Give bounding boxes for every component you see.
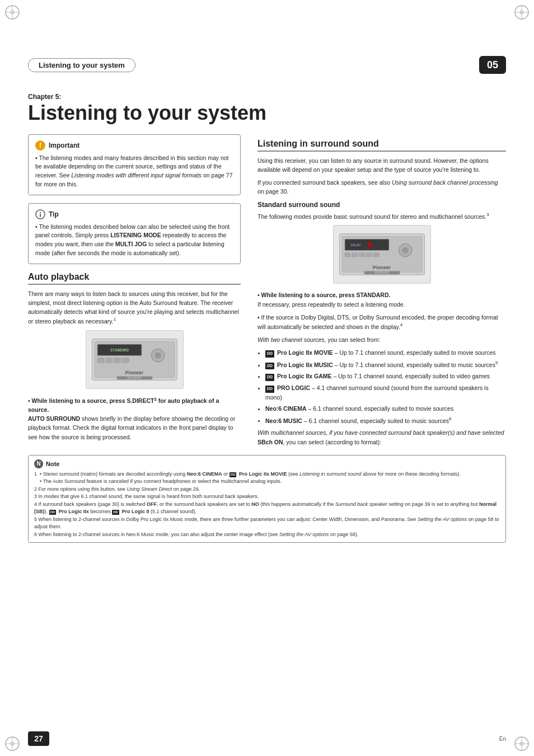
svg-rect-25 bbox=[114, 358, 120, 363]
option-plx-music: DD Pro Logic IIx MUSIC – Up to 7.1 chann… bbox=[265, 360, 506, 369]
multichannel-note: With multichannel sources, if you have c… bbox=[257, 428, 506, 447]
chapter-number: 05 bbox=[479, 56, 506, 74]
right-column: Listening in surround sound Using this r… bbox=[257, 134, 506, 450]
note-header: N Note bbox=[34, 459, 500, 468]
bottom-bar: 27 En bbox=[28, 731, 506, 746]
dd-icon-game: DD bbox=[265, 374, 274, 381]
auto-playback-bullet: • While listening to a source, press S.D… bbox=[28, 396, 241, 442]
left-column: ! Important • The listening modes and ma… bbox=[28, 134, 241, 450]
two-channel-intro: With two channel sources, you can select… bbox=[257, 335, 506, 344]
tip-box: Tip • The listening modes described belo… bbox=[28, 203, 241, 264]
svg-text:Pioneer: Pioneer bbox=[372, 265, 391, 271]
svg-rect-18 bbox=[40, 214, 41, 217]
option-pro-logic: DD PRO LOGIC – 4.1 channel surround soun… bbox=[265, 383, 506, 402]
tip-header: Tip bbox=[35, 209, 233, 219]
option-plx-game: DD Pro Logic IIx GAME – Up to 7.1 channe… bbox=[265, 372, 506, 381]
svg-point-17 bbox=[40, 212, 41, 213]
language-label: En bbox=[499, 736, 506, 742]
page-number: 27 bbox=[28, 731, 49, 746]
svg-rect-40 bbox=[366, 253, 372, 257]
auto-playback-heading: Auto playback bbox=[28, 272, 241, 285]
press-standard-bullet: • While listening to a source, press STA… bbox=[257, 290, 506, 309]
svg-text:RECEIVER: RECEIVER bbox=[127, 377, 141, 379]
option-plx-movie: DD Pro Logic IIx MOVIE – Up to 7.1 chann… bbox=[265, 348, 506, 358]
dd-icon-music: DD bbox=[265, 363, 274, 370]
svg-rect-38 bbox=[352, 253, 358, 257]
note-box: N Note 1 • Stereo surround (matrix) form… bbox=[28, 455, 506, 543]
tip-text: • The listening modes described below ca… bbox=[35, 223, 233, 258]
chapter-label: Chapter 5: bbox=[28, 93, 506, 101]
receiver-image-right: DOLBY Pioneer RECEIVER bbox=[257, 225, 506, 285]
standard-surround-heading: Standard surround sound bbox=[257, 201, 506, 209]
option-neo6-cinema: Neo:6 CINEMA – 6.1 channel sound, especi… bbox=[265, 404, 506, 413]
auto-playback-body: There are many ways to listen back to so… bbox=[28, 289, 241, 326]
corner-mark-tr bbox=[514, 4, 530, 20]
surround-options-list: DD Pro Logic IIx MOVIE – Up to 7.1 chann… bbox=[265, 348, 506, 425]
main-content: Chapter 5: Listening to your system ! Im… bbox=[28, 83, 506, 722]
tip-label: Tip bbox=[49, 210, 59, 218]
tip-icon bbox=[35, 209, 45, 219]
dolby-digital-bullet: • If the source is Dolby Digital, DTS, o… bbox=[257, 313, 506, 331]
chapter-title: Listening to your system bbox=[28, 102, 506, 124]
svg-point-28 bbox=[155, 353, 161, 358]
option-neo6-music: Neo:6 MUSIC – 6.1 channel sound, especia… bbox=[265, 416, 506, 425]
important-label: Important bbox=[49, 142, 79, 149]
svg-rect-26 bbox=[122, 358, 129, 363]
svg-rect-24 bbox=[106, 358, 113, 363]
receiver-image-left: STANDARD Pioneer RECEIVER bbox=[28, 330, 241, 390]
svg-rect-23 bbox=[97, 358, 104, 363]
svg-rect-39 bbox=[359, 253, 364, 257]
important-icon: ! bbox=[35, 140, 45, 151]
svg-rect-37 bbox=[345, 253, 350, 257]
important-header: ! Important bbox=[35, 140, 233, 151]
svg-rect-41 bbox=[373, 253, 379, 257]
dd-icon-prologic: DD bbox=[265, 386, 274, 393]
important-text: • The listening modes and many features … bbox=[35, 154, 233, 189]
header-bar: Listening to your system 05 bbox=[28, 56, 506, 74]
surround-body2: If you connected surround back speakers,… bbox=[257, 178, 506, 196]
svg-point-43 bbox=[402, 248, 408, 253]
corner-mark-tl bbox=[4, 4, 20, 20]
header-title: Listening to your system bbox=[28, 58, 135, 72]
page: Listening to your system 05 Chapter 5: L… bbox=[0, 0, 534, 756]
svg-text:STANDARD: STANDARD bbox=[110, 348, 129, 353]
note-label: Note bbox=[46, 461, 59, 467]
important-box: ! Important • The listening modes and ma… bbox=[28, 134, 241, 195]
footnote-1: 1 • Stereo surround (matrix) formats are… bbox=[34, 471, 500, 539]
standard-surround-body: The following modes provide basic surrou… bbox=[257, 212, 506, 221]
dd-icon-movie: DD bbox=[265, 350, 274, 358]
note-icon: N bbox=[34, 459, 43, 468]
svg-point-35 bbox=[367, 243, 372, 247]
svg-text:RECEIVER: RECEIVER bbox=[374, 272, 388, 275]
svg-text:Pioneer: Pioneer bbox=[125, 370, 143, 376]
corner-mark-br bbox=[514, 736, 530, 752]
two-column-layout: ! Important • The listening modes and ma… bbox=[28, 134, 506, 450]
svg-text:DOLBY: DOLBY bbox=[351, 244, 361, 247]
surround-body1: Using this receiver, you can listen to a… bbox=[257, 156, 506, 175]
surround-sound-heading: Listening in surround sound bbox=[257, 139, 506, 152]
corner-mark-bl bbox=[4, 736, 20, 752]
